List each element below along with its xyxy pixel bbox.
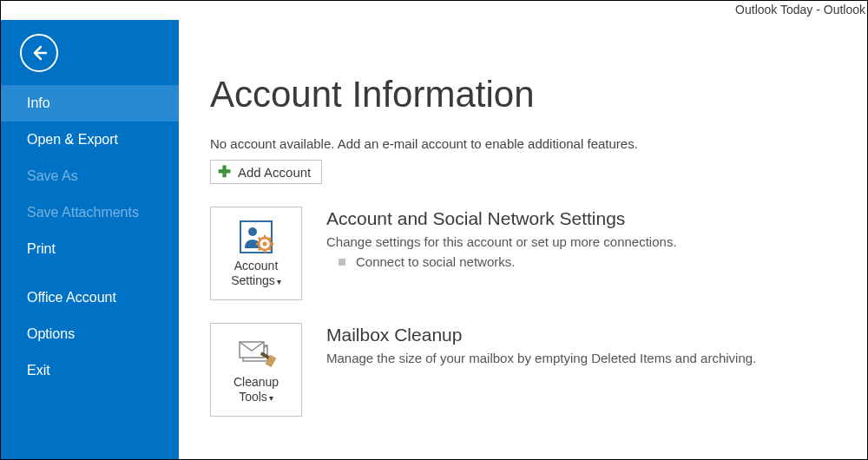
section-desc: Change settings for this account or set …	[326, 234, 846, 249]
chevron-down-icon: ▾	[269, 393, 273, 403]
section-text: Mailbox Cleanup Manage the size of your …	[326, 323, 846, 417]
chevron-down-icon: ▾	[277, 277, 281, 286]
bullet-label: Connect to social networks.	[356, 254, 515, 269]
layout: Info Open & Export Save As Save Attachme…	[1, 20, 867, 459]
section-text: Account and Social Network Settings Chan…	[326, 207, 846, 300]
sidebar-item-options[interactable]: Options	[1, 316, 179, 352]
cleanup-tools-icon	[236, 332, 276, 374]
section-mailbox-cleanup: Cleanup Tools▾ Mailbox Cleanup Manage th…	[210, 323, 846, 417]
account-settings-icon	[238, 216, 274, 258]
sidebar-item-label: Save Attachments	[27, 205, 139, 220]
tile-label-line1: Account	[234, 259, 279, 273]
sidebar-item-label: Open & Export	[27, 132, 118, 148]
plus-icon: ✚	[218, 164, 231, 180]
main-content: Account Information No account available…	[179, 20, 867, 459]
sidebar-item-label: Info	[27, 95, 50, 111]
backstage-sidebar: Info Open & Export Save As Save Attachme…	[1, 20, 179, 459]
sidebar-item-label: Exit	[27, 363, 50, 378]
page-subtitle: No account available. Add an e-mail acco…	[210, 136, 846, 151]
bullet-icon	[339, 259, 345, 266]
sidebar-item-info[interactable]: Info	[1, 85, 179, 122]
sidebar-item-label: Save As	[27, 168, 78, 184]
add-account-button[interactable]: ✚ Add Account	[210, 160, 322, 184]
sidebar-item-label: Print	[27, 241, 56, 257]
tile-label-line1: Cleanup	[233, 375, 279, 389]
svg-point-1	[248, 227, 257, 236]
tile-label-line2: Tools▾	[239, 390, 273, 404]
bullet-connect-social[interactable]: Connect to social networks.	[326, 254, 846, 269]
sidebar-item-office-account[interactable]: Office Account	[1, 279, 179, 316]
sidebar-item-print[interactable]: Print	[1, 231, 179, 267]
section-desc: Manage the size of your mailbox by empty…	[326, 351, 846, 365]
sidebar-item-label: Office Account	[27, 290, 116, 306]
account-settings-tile[interactable]: Account Settings▾	[210, 207, 302, 300]
cleanup-tools-tile[interactable]: Cleanup Tools▾	[210, 323, 302, 417]
sidebar-item-open-export[interactable]: Open & Export	[1, 122, 179, 158]
section-title: Account and Social Network Settings	[326, 208, 846, 229]
sidebar-item-save-as: Save As	[1, 158, 179, 194]
page-title: Account Information	[210, 74, 846, 115]
back-button[interactable]	[20, 34, 58, 72]
add-account-label: Add Account	[238, 165, 311, 180]
section-account-settings: Account Settings▾ Account and Social Net…	[210, 207, 846, 300]
section-title: Mailbox Cleanup	[326, 325, 846, 345]
sidebar-item-save-attachments: Save Attachments	[1, 194, 179, 231]
sidebar-item-exit[interactable]: Exit	[1, 352, 179, 389]
svg-point-3	[263, 242, 267, 246]
back-row	[1, 20, 179, 85]
arrow-left-icon	[29, 43, 49, 63]
tile-label-line2: Settings▾	[231, 273, 281, 287]
sidebar-item-label: Options	[27, 326, 75, 342]
window-title: Outlook Today - Outlook	[1, 1, 867, 20]
